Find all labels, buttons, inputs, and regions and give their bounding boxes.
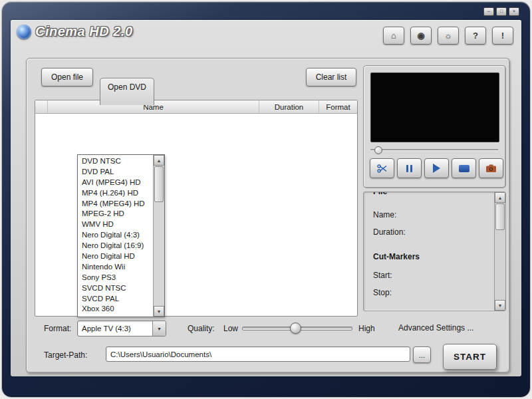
video-screen (370, 72, 499, 142)
column-duration[interactable]: Duration (259, 100, 319, 113)
clear-list-button[interactable]: Clear list (306, 68, 356, 86)
cut-start-label: Start: (373, 271, 392, 280)
open-file-button[interactable]: Open file (41, 68, 93, 86)
scroll-down-icon[interactable]: ▼ (495, 300, 505, 311)
toolbar: ⌂ ◉ ☼ ? ! (383, 27, 513, 45)
file-list-header: Name Duration Format (35, 100, 357, 114)
stop-button[interactable] (452, 158, 476, 178)
scroll-down-icon[interactable]: ▼ (154, 306, 164, 317)
file-section-label: File (373, 192, 388, 198)
video-preview-panel (363, 65, 506, 188)
pause-button[interactable] (397, 158, 422, 178)
list-item[interactable]: MPEG-2 HD (78, 209, 153, 219)
gear-icon: ☼ (444, 31, 452, 41)
seek-thumb[interactable] (374, 146, 382, 154)
format-combobox[interactable]: Apple TV (4:3) ▼ (77, 321, 166, 336)
quality-high-label: High (358, 324, 375, 333)
snapshot-button[interactable] (479, 158, 503, 178)
quality-low-label: Low (223, 324, 238, 333)
browse-button[interactable]: ... (413, 346, 431, 363)
seek-bar[interactable] (370, 146, 498, 154)
list-item[interactable]: MP4 (MPEG4) HD (78, 199, 153, 209)
disc-logo-icon (17, 25, 31, 39)
app-title: Cinema HD 2.0 (35, 24, 133, 39)
list-item[interactable]: DVD PAL (78, 167, 153, 178)
scissors-icon (377, 164, 388, 173)
camera-icon (485, 164, 497, 173)
info-scrollbar[interactable]: ▲ ▼ (494, 192, 505, 311)
tab-open-dvd[interactable]: Open DVD (100, 78, 154, 105)
cut-markers-label: Cut-Markers (373, 252, 420, 261)
list-item[interactable]: SVCD NTSC (78, 283, 153, 294)
list-item[interactable]: Sony PS3 (78, 273, 153, 283)
seek-track[interactable] (370, 149, 498, 150)
cut-button[interactable] (370, 158, 394, 178)
home-button[interactable]: ⌂ (383, 27, 404, 45)
slider-thumb[interactable] (290, 323, 301, 334)
start-button[interactable]: START (443, 344, 497, 370)
pause-icon (406, 165, 412, 172)
play-icon (433, 164, 440, 173)
stop-icon (459, 165, 469, 172)
file-name-label: Name: (373, 210, 396, 219)
help-button[interactable]: ? (465, 27, 486, 45)
format-label: Format: (44, 324, 71, 333)
play-button[interactable] (424, 158, 449, 178)
main-panel: Open file Open DVD Clear list Name Durat… (26, 58, 510, 373)
dropdown-scrollbar[interactable]: ▲ ▼ (153, 155, 164, 317)
list-item[interactable]: Nero Digital HD (78, 251, 153, 262)
list-item[interactable]: AVI (MPEG4) HD (78, 178, 153, 188)
format-selected-value: Apple TV (4:3) (78, 325, 152, 332)
maximize-button[interactable]: □ (496, 7, 507, 16)
window-body: Cinema HD 2.0 ⌂ ◉ ☼ ? ! Open file Open D… (11, 20, 521, 376)
minimize-button[interactable]: – (483, 7, 494, 16)
scrollbar-thumb[interactable] (154, 166, 164, 202)
column-checkbox (35, 100, 47, 113)
list-item[interactable]: Xbox 360 (78, 304, 153, 315)
format-dropdown-items: DVD NTSC DVD PAL AVI (MPEG4) HD MP4 (H.2… (78, 155, 153, 317)
app-logo: Cinema HD 2.0 (17, 24, 133, 39)
app-window: – □ × Cinema HD 2.0 ⌂ ◉ ☼ ? ! Open file … (0, 0, 532, 399)
scroll-up-icon[interactable]: ▲ (495, 192, 505, 203)
list-item[interactable]: MP4 (H.264) HD (78, 188, 153, 199)
target-path-label: Target-Path: (44, 350, 87, 360)
format-dropdown-list: DVD NTSC DVD PAL AVI (MPEG4) HD MP4 (H.2… (77, 154, 165, 317)
disc-button[interactable]: ◉ (410, 27, 432, 45)
close-button[interactable]: × (509, 7, 519, 16)
scroll-up-icon[interactable]: ▲ (154, 155, 164, 166)
info-icon: ! (501, 31, 504, 41)
quality-label: Quality: (188, 324, 215, 333)
list-item[interactable]: SVCD PAL (78, 294, 153, 305)
chevron-down-icon[interactable]: ▼ (152, 321, 166, 336)
quality-slider[interactable] (242, 321, 352, 335)
advanced-settings-link[interactable]: Advanced Settings ... (398, 323, 473, 332)
settings-button[interactable]: ☼ (438, 27, 459, 45)
column-format[interactable]: Format (319, 100, 357, 113)
list-item[interactable]: WMV HD (78, 219, 153, 230)
list-item[interactable]: Nero Digital (4:3) (78, 230, 153, 241)
scrollbar-thumb[interactable] (495, 203, 505, 230)
about-button[interactable]: ! (492, 27, 513, 45)
target-path-input[interactable] (106, 346, 410, 362)
window-frame: – □ × Cinema HD 2.0 ⌂ ◉ ☼ ? ! Open file … (2, 2, 530, 397)
help-icon: ? (473, 31, 478, 41)
list-item[interactable]: Nero Digital (16:9) (78, 241, 153, 251)
disc-icon: ◉ (417, 31, 424, 41)
cut-stop-label: Stop: (373, 288, 392, 297)
list-item[interactable]: DVD NTSC (78, 156, 153, 167)
home-icon: ⌂ (391, 31, 396, 41)
window-controls: – □ × (483, 7, 519, 16)
file-info-panel: File Name: Duration: Cut-Markers Start: … (363, 192, 506, 311)
file-duration-label: Duration: (373, 227, 406, 237)
list-item[interactable]: Nintendo Wii (78, 262, 153, 273)
transport-controls (370, 158, 503, 178)
